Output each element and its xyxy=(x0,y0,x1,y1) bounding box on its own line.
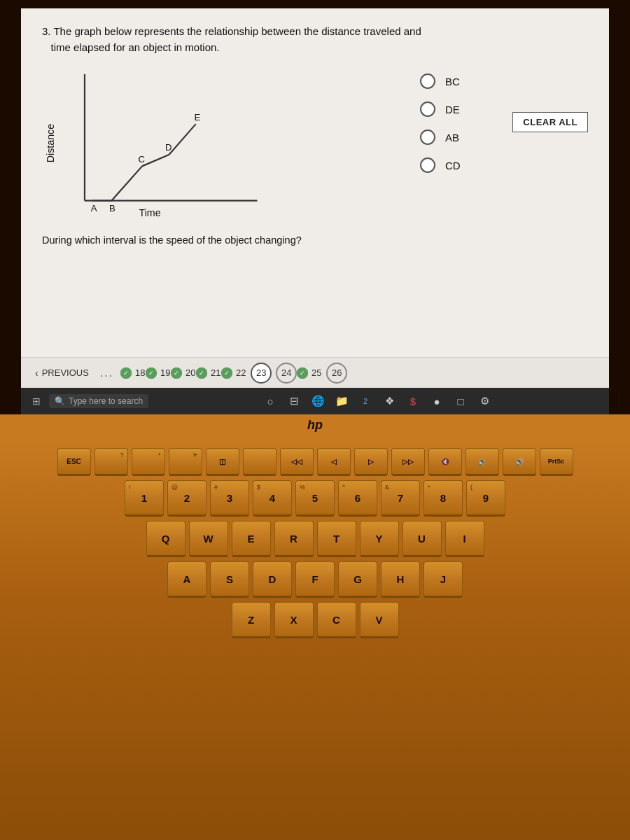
start-button[interactable]: ⊞ xyxy=(27,391,46,411)
nav-num-19[interactable]: ✓ 19 xyxy=(150,363,171,384)
key-x[interactable]: X xyxy=(274,602,314,638)
key-y[interactable]: Y xyxy=(360,521,399,557)
taskbar-chrome-icon[interactable]: ● xyxy=(427,391,447,411)
option-bc-label: BC xyxy=(445,76,460,88)
taskbar-cortana-icon[interactable]: ○ xyxy=(260,391,280,411)
key-9[interactable]: (9 xyxy=(466,480,505,517)
key-6[interactable]: ^6 xyxy=(338,480,377,517)
option-de-circle[interactable] xyxy=(420,102,435,117)
key-esc[interactable]: ESC xyxy=(57,448,91,476)
taskbar-badge-icon[interactable]: 2 xyxy=(356,391,375,411)
nav-num-20[interactable]: ✓ 20 xyxy=(175,363,196,384)
key-5[interactable]: %5 xyxy=(295,480,335,517)
option-bc[interactable]: BC xyxy=(420,74,461,89)
svg-line-5 xyxy=(169,124,195,155)
nav-num-22-text: 22 xyxy=(236,368,246,378)
nav-num-22[interactable]: ✓ 22 xyxy=(225,363,246,384)
nav-num-20-text: 20 xyxy=(186,368,195,378)
svg-line-4 xyxy=(142,155,169,166)
key-8[interactable]: *8 xyxy=(424,480,463,517)
taskbar: ⊞ 🔍 Type here to search ○ ⊟ 🌐 📁 2 ❖ $ ● … xyxy=(21,388,609,414)
nav-num-21[interactable]: ✓ 21 xyxy=(200,363,221,384)
key-prtsc[interactable]: PrtSc xyxy=(540,448,573,476)
key-a[interactable]: A xyxy=(167,561,206,598)
key-f[interactable]: F xyxy=(295,561,335,598)
nav-dots: ... xyxy=(100,367,113,379)
options-area: BC DE AB CD xyxy=(420,66,461,173)
svg-line-3 xyxy=(111,166,142,200)
key-f6[interactable]: ◁◁ xyxy=(280,448,314,476)
key-3[interactable]: #3 xyxy=(210,480,249,517)
key-4[interactable]: $4 xyxy=(253,480,292,517)
key-1[interactable]: !1 xyxy=(125,480,164,517)
key-f10[interactable]: 🔇 xyxy=(428,448,462,476)
key-r[interactable]: R xyxy=(274,521,314,557)
taskbar-file-icon[interactable]: 📁 xyxy=(332,391,351,411)
key-7[interactable]: &7 xyxy=(381,480,420,517)
nav-num-18-text: 18 xyxy=(135,368,145,378)
graph-container: Distance Time A xyxy=(42,66,273,227)
key-u[interactable]: U xyxy=(402,521,442,557)
key-f7[interactable]: ◁ xyxy=(317,448,351,476)
number-row: !1 @2 #3 $4 %5 ^6 &7 *8 (9 xyxy=(20,480,610,517)
key-g[interactable]: G xyxy=(338,561,377,598)
key-v[interactable]: V xyxy=(360,602,399,638)
key-e[interactable]: E xyxy=(232,521,271,557)
key-d[interactable]: D xyxy=(253,561,292,598)
key-2[interactable]: @2 xyxy=(167,480,206,517)
key-f12[interactable]: 🔊 xyxy=(503,448,536,476)
screen: 3. The graph below represents the relati… xyxy=(21,8,609,414)
point-d: D xyxy=(165,142,172,153)
key-f2[interactable]: * xyxy=(132,448,165,476)
key-f8[interactable]: ▷ xyxy=(354,448,388,476)
key-z[interactable]: Z xyxy=(232,602,271,638)
option-de-label: DE xyxy=(445,104,460,115)
x-axis-label: Time xyxy=(139,207,161,218)
check-icon-21: ✓ xyxy=(196,368,207,379)
taskbar-settings-icon[interactable]: ⚙ xyxy=(475,391,494,411)
key-s[interactable]: S xyxy=(210,561,249,598)
question-number: 3. xyxy=(42,25,51,37)
key-q[interactable]: Q xyxy=(146,521,186,557)
key-w[interactable]: W xyxy=(189,521,228,557)
taskbar-blank-icon[interactable]: □ xyxy=(451,391,470,411)
key-f5[interactable] xyxy=(243,448,276,476)
key-t[interactable]: T xyxy=(317,521,356,557)
point-b: B xyxy=(109,203,115,214)
check-icon-22: ✓ xyxy=(221,368,232,379)
search-bar[interactable]: 🔍 Type here to search xyxy=(49,394,148,408)
option-cd-circle[interactable] xyxy=(420,158,435,173)
question-text: 3. The graph below represents the relati… xyxy=(42,24,588,55)
nav-num-25[interactable]: ✓ 25 xyxy=(301,363,322,384)
previous-label: PREVIOUS xyxy=(42,368,89,378)
nav-num-24[interactable]: 24 xyxy=(276,363,297,384)
clear-all-button[interactable]: CLEAR ALL xyxy=(512,112,588,132)
option-ab-circle[interactable] xyxy=(420,130,435,145)
key-f4[interactable]: ◫ xyxy=(206,448,239,476)
key-h[interactable]: H xyxy=(381,561,420,598)
option-de[interactable]: DE xyxy=(420,102,461,117)
content-row: Distance Time A xyxy=(42,66,588,227)
nav-num-25-text: 25 xyxy=(312,368,321,378)
key-c[interactable]: C xyxy=(317,602,356,638)
taskbar-view-icon[interactable]: ⊟ xyxy=(284,391,304,411)
chevron-left-icon: ‹ xyxy=(35,368,38,379)
nav-num-18[interactable]: ✓ 18 xyxy=(125,363,146,384)
option-ab[interactable]: AB xyxy=(420,130,461,145)
nav-num-23[interactable]: 23 xyxy=(251,363,272,384)
key-f9[interactable]: ▷▷ xyxy=(391,448,425,476)
key-i[interactable]: I xyxy=(445,521,484,557)
key-j[interactable]: J xyxy=(424,561,463,598)
taskbar-edge-icon[interactable]: 🌐 xyxy=(308,391,328,411)
nav-num-26[interactable]: 26 xyxy=(326,363,347,384)
point-a: A xyxy=(91,203,97,214)
taskbar-dollar-icon[interactable]: $ xyxy=(403,391,423,411)
key-f1[interactable]: ? xyxy=(94,448,128,476)
key-f3[interactable]: ✳ xyxy=(169,448,202,476)
key-f11[interactable]: 🔉 xyxy=(465,448,499,476)
previous-button[interactable]: ‹ PREVIOUS xyxy=(35,368,89,379)
taskbar-dropbox-icon[interactable]: ❖ xyxy=(379,391,399,411)
option-cd[interactable]: CD xyxy=(420,158,461,173)
check-icon-18: ✓ xyxy=(120,368,132,379)
option-bc-circle[interactable] xyxy=(420,74,435,89)
